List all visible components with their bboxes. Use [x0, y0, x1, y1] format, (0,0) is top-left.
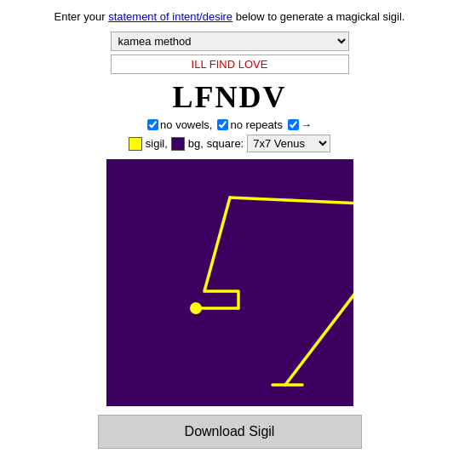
no-vowels-checkbox[interactable]: [147, 119, 158, 130]
sigil-color-swatch[interactable]: [129, 137, 142, 151]
sigil-canvas: [106, 159, 353, 406]
intent-input[interactable]: [111, 54, 349, 74]
intent-link[interactable]: statement of intent/desire: [108, 10, 232, 23]
bg-color-swatch[interactable]: [171, 137, 185, 151]
sigil-diagonal: [285, 206, 353, 385]
arrow-option-label[interactable]: →: [288, 118, 312, 131]
no-vowels-label[interactable]: no vowels,: [147, 118, 212, 131]
no-repeats-label[interactable]: no repeats: [217, 118, 282, 131]
intro-text: Enter your statement of intent/desire be…: [14, 10, 445, 23]
arrow-checkbox[interactable]: [288, 119, 299, 130]
no-repeats-checkbox[interactable]: [217, 119, 228, 130]
no-vowels-text: no vowels,: [160, 118, 212, 131]
method-select[interactable]: kamea method letter method custom method: [111, 32, 349, 51]
no-repeats-text: no repeats: [230, 118, 282, 131]
color-row: sigil, bg, square: 3x3 Saturn 4x4 Jupite…: [14, 135, 445, 152]
sigil-svg: [106, 159, 353, 406]
options-row: no vowels, no repeats →: [14, 118, 445, 131]
download-sigil-button[interactable]: Download Sigil: [98, 415, 362, 449]
bg-label: bg,: [188, 137, 204, 150]
square-select[interactable]: 3x3 Saturn 4x4 Jupiter 5x5 Mars 6x6 Sun …: [247, 135, 330, 152]
arrow-symbol: →: [301, 118, 312, 131]
letters-display: LFNDV: [14, 79, 445, 115]
sigil-label: sigil,: [146, 137, 168, 150]
square-label: square:: [207, 137, 244, 150]
controls-container: kamea method letter method custom method: [14, 32, 445, 74]
